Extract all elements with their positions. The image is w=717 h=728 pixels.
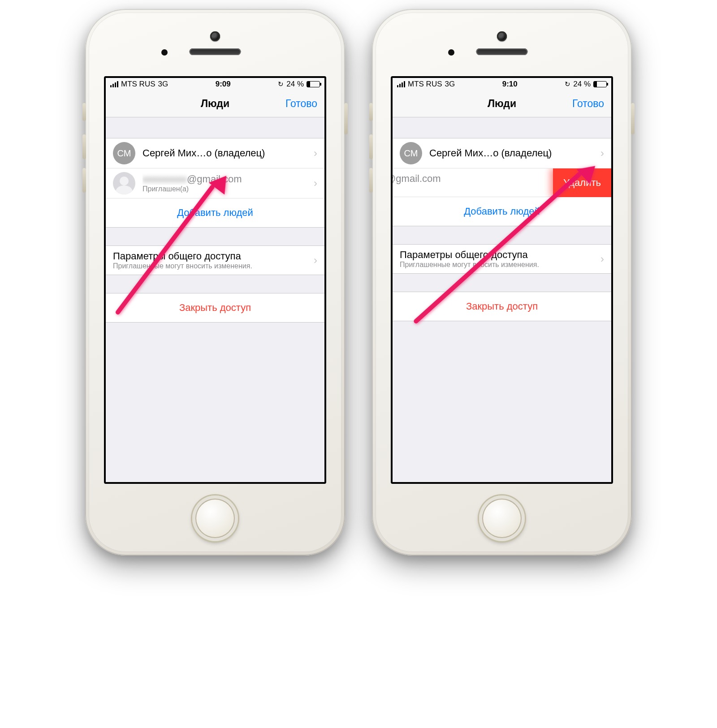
- content-area: СМ Сергей Мих…о (владелец) › xxxxxxxxx@g…: [106, 117, 324, 323]
- stop-sharing-label: Закрыть доступ: [466, 301, 538, 312]
- done-button[interactable]: Готово: [285, 98, 317, 110]
- invited-status: Приглашен(а): [143, 185, 309, 193]
- sharing-title: Параметры общего доступа: [400, 249, 596, 261]
- sharing-group: Параметры общего доступа Приглашенные мо…: [393, 244, 611, 274]
- screen: MTS RUS 3G 9:10 ↻ 24 % Люди Готово СМ Се…: [391, 76, 613, 484]
- delete-label: Удалить: [563, 177, 601, 189]
- battery-icon: [593, 81, 607, 87]
- signal-icon: [397, 81, 405, 87]
- add-people-label: Добавить людей: [177, 207, 253, 219]
- battery-icon: [307, 81, 320, 87]
- nav-bar: Люди Готово: [106, 90, 324, 117]
- sharing-options-row[interactable]: Параметры общего доступа Приглашенные мо…: [393, 245, 611, 273]
- stop-sharing-group: Закрыть доступ: [393, 292, 611, 321]
- battery-percent: 24 %: [286, 80, 304, 89]
- owner-row[interactable]: СМ Сергей Мих…о (владелец) ›: [393, 138, 611, 168]
- stop-sharing-button[interactable]: Закрыть доступ: [393, 292, 611, 321]
- avatar-initials: СМ: [400, 142, 422, 164]
- chevron-right-icon: ›: [596, 147, 604, 159]
- content-area: СМ Сергей Мих…о (владелец) › xxxxxxxxx@g…: [393, 117, 611, 321]
- sharing-sub: Приглашенные могут вносить изменения.: [113, 262, 309, 270]
- network-label: 3G: [445, 80, 455, 89]
- owner-row[interactable]: СМ Сергей Мих…о (владелец) ›: [106, 138, 324, 168]
- front-camera: [210, 31, 220, 41]
- stop-sharing-button[interactable]: Закрыть доступ: [106, 293, 324, 322]
- people-group: СМ Сергей Мих…о (владелец) › xxxxxxxxx@g…: [106, 138, 324, 228]
- clock: 9:10: [502, 80, 518, 89]
- page-title: Люди: [488, 98, 516, 110]
- sharing-title: Параметры общего доступа: [113, 250, 309, 262]
- home-button[interactable]: [192, 495, 238, 541]
- network-label: 3G: [158, 80, 168, 89]
- home-button[interactable]: [479, 495, 525, 541]
- volume-up-button: [369, 134, 373, 159]
- owner-name: Сергей Мих…о (владелец): [429, 147, 596, 159]
- proximity-sensor: [161, 49, 168, 56]
- earpiece-speaker: [190, 48, 241, 55]
- volume-up-button: [82, 134, 86, 159]
- orientation-lock-icon: ↻: [565, 80, 570, 88]
- chevron-right-icon: ›: [596, 253, 604, 265]
- stop-sharing-group: Закрыть доступ: [106, 293, 324, 323]
- avatar-placeholder-icon: [113, 172, 135, 194]
- screen: MTS RUS 3G 9:09 ↻ 24 % Люди Готово СМ Се…: [104, 76, 326, 484]
- invited-email: xxxxxxxxx@gmail.com: [143, 173, 309, 185]
- avatar-initials: СМ: [113, 142, 135, 164]
- invited-row-swipe: xxxxxxxxx@gmail.com Приглашен(а) › Удали…: [393, 168, 611, 197]
- delete-button[interactable]: Удалить: [553, 168, 611, 197]
- clock: 9:09: [216, 80, 231, 89]
- proximity-sensor: [448, 49, 454, 56]
- power-button: [631, 103, 635, 134]
- nav-bar: Люди Готово: [393, 90, 611, 117]
- status-bar: MTS RUS 3G 9:09 ↻ 24 %: [106, 78, 324, 90]
- add-people-label: Добавить людей: [464, 206, 540, 217]
- power-button: [344, 103, 348, 134]
- volume-down-button: [369, 168, 373, 193]
- earpiece-speaker: [476, 48, 528, 55]
- invited-row[interactable]: xxxxxxxxx@gmail.com Приглашен(а) ›: [106, 168, 324, 198]
- sharing-sub: Приглашенные могут вносить изменения.: [400, 261, 596, 269]
- add-people-button[interactable]: Добавить людей: [393, 197, 611, 226]
- sharing-options-row[interactable]: Параметры общего доступа Приглашенные мо…: [106, 246, 324, 275]
- status-bar: MTS RUS 3G 9:10 ↻ 24 %: [393, 78, 611, 90]
- chevron-right-icon: ›: [309, 254, 317, 267]
- chevron-right-icon: ›: [309, 177, 317, 190]
- mute-switch: [369, 103, 373, 121]
- orientation-lock-icon: ↻: [278, 80, 284, 88]
- battery-percent: 24 %: [573, 80, 591, 89]
- signal-icon: [110, 81, 118, 87]
- stop-sharing-label: Закрыть доступ: [179, 302, 251, 314]
- sharing-group: Параметры общего доступа Приглашенные мо…: [106, 246, 324, 275]
- phone-right: MTS RUS 3G 9:10 ↻ 24 % Люди Готово СМ Се…: [372, 9, 632, 556]
- front-camera: [497, 31, 507, 41]
- volume-down-button: [82, 168, 86, 193]
- mute-switch: [82, 103, 86, 121]
- add-people-button[interactable]: Добавить людей: [106, 198, 324, 227]
- carrier-label: MTS RUS: [121, 80, 155, 89]
- owner-name: Сергей Мих…о (владелец): [143, 147, 309, 159]
- people-group: СМ Сергей Мих…о (владелец) › xxxxxxxxx@g…: [393, 138, 611, 226]
- phone-left: MTS RUS 3G 9:09 ↻ 24 % Люди Готово СМ Се…: [85, 9, 345, 556]
- chevron-right-icon: ›: [309, 147, 317, 159]
- done-button[interactable]: Готово: [572, 98, 604, 110]
- carrier-label: MTS RUS: [408, 80, 442, 89]
- page-title: Люди: [201, 98, 229, 110]
